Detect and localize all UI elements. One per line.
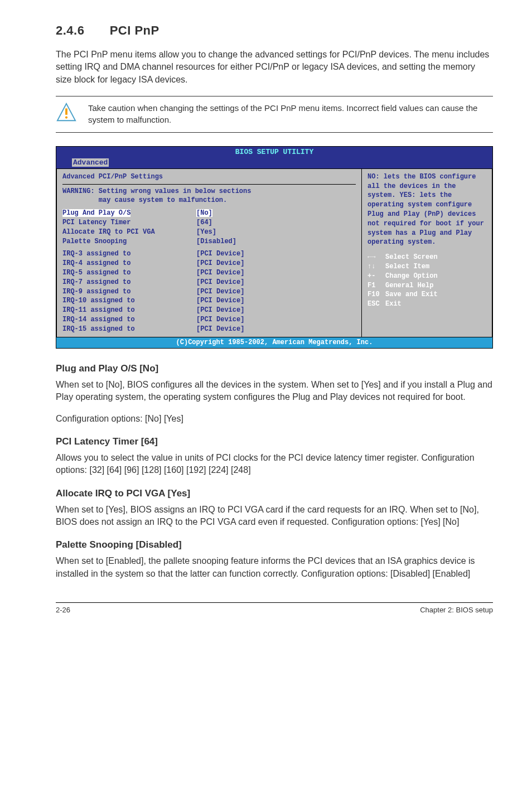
caution-callout: Take caution when changing the settings … xyxy=(56,96,493,133)
bios-key-desc: Change Option xyxy=(385,272,438,280)
bios-setting-value: [Yes] xyxy=(196,228,216,237)
subsection-paragraph: Allows you to select the value in units … xyxy=(56,452,493,477)
bios-setting-row[interactable]: Allocate IRQ to PCI VGA [Yes] xyxy=(62,228,356,237)
subsection-paragraph: When set to [Yes], BIOS assigns an IRQ t… xyxy=(56,504,493,529)
bios-pane-heading: Advanced PCI/PnP Settings xyxy=(62,172,356,182)
intro-paragraph: The PCI PnP menu items allow you to chan… xyxy=(56,49,493,86)
bios-irq-label: IRQ-10 assigned to xyxy=(62,296,196,306)
bios-setting-row[interactable]: PCI Latency Timer [64] xyxy=(62,218,356,228)
bios-irq-row[interactable]: IRQ-3 assigned to[PCI Device] xyxy=(62,249,356,259)
bios-irq-label: IRQ-7 assigned to xyxy=(62,278,196,287)
bios-footer: (C)Copyright 1985-2002, American Megatre… xyxy=(56,337,492,348)
bios-setting-row[interactable]: Plug And Play O/S [No] xyxy=(62,209,356,218)
bios-key: ←→ xyxy=(367,253,385,262)
bios-setting-label: Palette Snooping xyxy=(62,237,196,247)
bios-setting-value: [64] xyxy=(196,218,212,228)
subsection-paragraph: When set to [Enabled], the pallete snoop… xyxy=(56,555,493,580)
bios-irq-value: [PCI Device] xyxy=(196,315,244,325)
bios-setting-label: Allocate IRQ to PCI VGA xyxy=(62,228,196,237)
bios-setting-row[interactable]: Palette Snooping [Disabled] xyxy=(62,237,356,247)
bios-key-row: F10Save and Exit xyxy=(367,290,486,299)
bios-key-row: F1General Help xyxy=(367,281,486,291)
bios-key: ↑↓ xyxy=(367,262,385,272)
section-number: 2.4.6 xyxy=(56,22,106,40)
bios-irq-row[interactable]: IRQ-15 assigned to[PCI Device] xyxy=(62,325,356,334)
bios-key-row: +-Change Option xyxy=(367,272,486,281)
bios-help-keys: ←→Select Screen ↑↓Select Item +-Change O… xyxy=(367,253,486,309)
bios-irq-label: IRQ-5 assigned to xyxy=(62,268,196,278)
bios-irq-label: IRQ-4 assigned to xyxy=(62,259,196,268)
bios-irq-row[interactable]: IRQ-5 assigned to[PCI Device] xyxy=(62,268,356,278)
bios-key: F10 xyxy=(367,290,385,299)
bios-key: +- xyxy=(367,272,385,281)
bios-irq-row[interactable]: IRQ-14 assigned to[PCI Device] xyxy=(62,315,356,325)
bios-irq-label: IRQ-3 assigned to xyxy=(62,249,196,259)
bios-irq-row[interactable]: IRQ-9 assigned to[PCI Device] xyxy=(62,287,356,297)
caution-icon xyxy=(56,102,77,127)
bios-warning-label: WARNING: xyxy=(62,187,95,195)
bios-irq-row[interactable]: IRQ-4 assigned to[PCI Device] xyxy=(62,259,356,268)
bios-irq-row[interactable]: IRQ-7 assigned to[PCI Device] xyxy=(62,278,356,287)
bios-key-desc: General Help xyxy=(385,282,433,289)
bios-irq-label: IRQ-9 assigned to xyxy=(62,287,196,297)
svg-rect-1 xyxy=(65,108,67,114)
bios-setting-value: [Disabled] xyxy=(196,237,236,247)
subsection-title: Palette Snooping [Disabled] xyxy=(56,538,493,552)
bios-help-text: NO: lets the BIOS configure all the devi… xyxy=(367,172,486,247)
bios-irq-value: [PCI Device] xyxy=(196,268,244,278)
bios-warning-line1: Setting wrong values in below sections xyxy=(99,187,252,195)
chapter-label: Chapter 2: BIOS setup xyxy=(420,605,493,615)
bios-left-pane: Advanced PCI/PnP Settings WARNING: Setti… xyxy=(56,168,361,338)
section-title: PCI PnP xyxy=(110,23,159,37)
bios-warning-line2: may cause system to malfunction. xyxy=(99,196,227,204)
subsection-title: PCI Latency Timer [64] xyxy=(56,435,493,448)
svg-point-2 xyxy=(65,116,67,118)
caution-text: Take caution when changing the settings … xyxy=(88,102,493,125)
bios-window: BIOS SETUP UTILITY Advanced Advanced PCI… xyxy=(56,146,493,349)
bios-key: ESC xyxy=(367,299,385,309)
section-heading: 2.4.6 PCI PnP xyxy=(56,22,493,40)
bios-irq-value: [PCI Device] xyxy=(196,296,244,306)
bios-title: BIOS SETUP UTILITY xyxy=(56,147,492,157)
bios-irq-value: [PCI Device] xyxy=(196,249,244,259)
bios-key: F1 xyxy=(367,281,385,291)
bios-irq-label: IRQ-14 assigned to xyxy=(62,315,196,325)
bios-active-tab: Advanced xyxy=(72,158,109,167)
bios-right-pane: NO: lets the BIOS configure all the devi… xyxy=(361,168,492,338)
bios-irq-row[interactable]: IRQ-11 assigned to[PCI Device] xyxy=(62,306,356,315)
bios-irq-value: [PCI Device] xyxy=(196,278,244,287)
bios-divider xyxy=(62,184,356,185)
bios-setting-label: Plug And Play O/S xyxy=(62,209,130,217)
subsection-title: Allocate IRQ to PCI VGA [Yes] xyxy=(56,487,493,500)
bios-irq-label: IRQ-15 assigned to xyxy=(62,325,196,334)
subsection-paragraph: When set to [No], BIOS configures all th… xyxy=(56,379,493,404)
bios-irq-row[interactable]: IRQ-10 assigned to[PCI Device] xyxy=(62,296,356,306)
bios-key-row: ←→Select Screen xyxy=(367,253,486,262)
subsection-title: Plug and Play O/S [No] xyxy=(56,362,493,375)
bios-key-row: ↑↓Select Item xyxy=(367,262,486,272)
subsection-paragraph: Configuration options: [No] [Yes] xyxy=(56,413,493,425)
bios-irq-value: [PCI Device] xyxy=(196,325,244,334)
bios-tabbar: Advanced xyxy=(56,158,492,168)
page-footer: 2-26 Chapter 2: BIOS setup xyxy=(56,602,493,615)
bios-key-row: ESCExit xyxy=(367,299,486,309)
bios-setting-value: [No] xyxy=(196,209,212,217)
bios-irq-label: IRQ-11 assigned to xyxy=(62,306,196,315)
bios-irq-value: [PCI Device] xyxy=(196,287,244,297)
page-number: 2-26 xyxy=(56,605,70,615)
bios-key-desc: Select Item xyxy=(385,263,429,270)
bios-setting-label: PCI Latency Timer xyxy=(62,218,196,228)
bios-irq-value: [PCI Device] xyxy=(196,259,244,268)
bios-irq-value: [PCI Device] xyxy=(196,306,244,315)
bios-warning: WARNING: Setting wrong values in below s… xyxy=(62,187,356,206)
bios-key-desc: Save and Exit xyxy=(385,291,438,298)
bios-key-desc: Exit xyxy=(385,300,402,308)
bios-key-desc: Select Screen xyxy=(385,253,438,261)
